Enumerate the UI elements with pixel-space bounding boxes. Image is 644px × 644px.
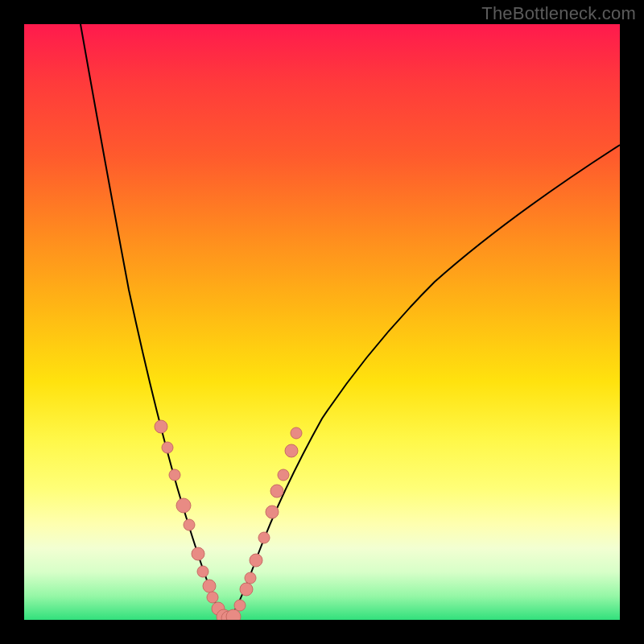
svg-point-1 [162, 442, 173, 453]
watermark-text: TheBottleneck.com [481, 3, 636, 24]
curve-left [80, 24, 227, 618]
chart-frame: TheBottleneck.com [0, 0, 644, 644]
svg-point-14 [240, 583, 253, 596]
svg-point-19 [270, 485, 283, 497]
svg-point-16 [250, 554, 262, 567]
svg-point-22 [291, 427, 302, 439]
svg-point-15 [245, 572, 256, 584]
curve-right [230, 145, 620, 618]
svg-point-13 [234, 600, 246, 611]
markers-right [226, 427, 302, 620]
svg-point-20 [278, 469, 289, 481]
svg-point-2 [169, 469, 180, 481]
plot-area [24, 24, 620, 620]
svg-point-0 [155, 420, 167, 433]
curves-svg [24, 24, 620, 620]
svg-point-5 [192, 547, 204, 560]
svg-point-8 [207, 592, 218, 603]
svg-point-4 [184, 519, 195, 530]
svg-point-7 [203, 580, 216, 592]
svg-point-17 [258, 532, 270, 543]
markers-left [155, 420, 231, 620]
svg-point-6 [197, 566, 208, 577]
svg-point-18 [266, 506, 279, 518]
svg-point-3 [176, 498, 191, 513]
svg-point-21 [285, 444, 298, 457]
